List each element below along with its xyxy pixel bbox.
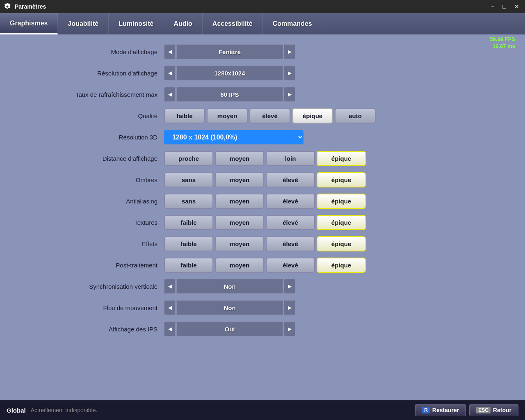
show-fps-next[interactable]: ▶	[284, 322, 295, 336]
vd-loin[interactable]: loin	[266, 151, 315, 166]
pp-epique[interactable]: épique	[317, 258, 366, 273]
aa-sans[interactable]: sans	[164, 194, 213, 209]
vsync-prev[interactable]: ◀	[164, 279, 176, 294]
sh-epique[interactable]: épique	[317, 172, 366, 187]
vsync-value: Non	[176, 279, 283, 294]
postprocessing-label: Post-traitement	[16, 262, 164, 269]
view-distance-label: Distance d'affichage	[16, 155, 164, 162]
display-mode-control: ◀ Fenêtré ▶	[164, 44, 295, 59]
quality-eleve[interactable]: élevé	[249, 108, 290, 123]
refresh-rate-row: Taux de rafraîchissement max ◀ 60 IPS ▶	[16, 85, 509, 103]
quality-faible[interactable]: faible	[164, 108, 205, 123]
vd-moyen[interactable]: moyen	[215, 151, 264, 166]
postprocessing-group: faible moyen élevé épique	[164, 258, 366, 273]
maximize-button[interactable]: □	[500, 2, 509, 11]
textures-group: faible moyen élevé épique	[164, 215, 366, 230]
antialiasing-label: Antialiasing	[16, 198, 164, 205]
vsync-row: Synchronisation verticale ◀ Non ▶	[16, 277, 509, 295]
resolution-row: Résolution d'affichage ◀ 525x420 ▶	[16, 64, 509, 82]
ef-moyen[interactable]: moyen	[215, 236, 264, 251]
resolution-next[interactable]: ▶	[284, 66, 295, 80]
tab-luminosite[interactable]: Luminosité	[109, 13, 164, 34]
display-mode-value: Fenêtré	[176, 44, 283, 59]
quality-row: Qualité faible moyen élevé épique auto	[16, 107, 509, 125]
tab-commandes[interactable]: Commandes	[263, 13, 322, 34]
motion-blur-control: ◀ Non ▶	[164, 300, 295, 315]
resolution3d-select[interactable]: 525 x 420 (100,0%)	[164, 130, 304, 144]
motion-blur-prev[interactable]: ◀	[164, 300, 176, 315]
tab-accessibilite[interactable]: Accessibilité	[203, 13, 263, 34]
back-label: Retour	[493, 407, 511, 413]
sh-sans[interactable]: sans	[164, 172, 213, 187]
display-mode-next[interactable]: ▶	[284, 44, 295, 59]
tx-epique[interactable]: épique	[317, 215, 366, 230]
aa-eleve[interactable]: élevé	[266, 194, 315, 209]
quality-auto[interactable]: auto	[335, 108, 376, 123]
motion-blur-next[interactable]: ▶	[284, 300, 295, 315]
tab-jouabilite[interactable]: Jouabilité	[58, 13, 109, 34]
bottombar-status: Actuellement indisponible.	[31, 407, 98, 413]
tab-audio[interactable]: Audio	[164, 13, 203, 34]
ef-epique[interactable]: épique	[317, 236, 366, 251]
tx-eleve[interactable]: élevé	[266, 215, 315, 230]
effects-group: faible moyen élevé épique	[164, 236, 366, 251]
antialiasing-row: Antialiasing sans moyen élevé épique	[16, 192, 509, 210]
antialiasing-group: sans moyen élevé épique	[164, 194, 366, 209]
titlebar-left: Paramètres	[3, 2, 46, 11]
navbar: Graphismes Jouabilité Luminosité Audio A…	[0, 13, 525, 34]
quality-label: Qualité	[16, 112, 164, 119]
vd-proche[interactable]: proche	[164, 151, 213, 166]
pp-eleve[interactable]: élevé	[266, 258, 315, 273]
ef-faible[interactable]: faible	[164, 236, 213, 251]
bottombar-left: Global Actuellement indisponible.	[7, 407, 97, 414]
quality-moyen[interactable]: moyen	[207, 108, 248, 123]
aa-epique[interactable]: épique	[317, 194, 366, 209]
titlebar: Paramètres − □ ✕	[0, 0, 525, 13]
tx-moyen[interactable]: moyen	[215, 215, 264, 230]
vsync-control: ◀ Non ▶	[164, 279, 295, 294]
bottombar-section: Global	[7, 407, 26, 414]
back-button[interactable]: ESC Retour	[469, 404, 518, 416]
minimize-button[interactable]: −	[488, 2, 497, 11]
refresh-rate-prev[interactable]: ◀	[164, 87, 176, 102]
close-button[interactable]: ✕	[512, 2, 522, 11]
quality-epique[interactable]: épique	[292, 108, 333, 123]
display-mode-prev[interactable]: ◀	[164, 44, 176, 59]
textures-row: Textures faible moyen élevé épique	[16, 213, 509, 231]
refresh-rate-label: Taux de rafraîchissement max	[16, 91, 164, 98]
show-fps-row: Affichage des IPS ◀ Oui ▶	[16, 320, 509, 338]
show-fps-prev[interactable]: ◀	[164, 322, 176, 336]
resolution3d-label: Résolution 3D	[16, 134, 164, 141]
resolution3d-row: Résolution 3D 525 x 420 (100,0%)	[16, 128, 509, 146]
display-mode-row: Mode d'affichage ◀ Fenêtré ▶	[16, 43, 509, 61]
vd-epique[interactable]: épique	[317, 151, 366, 166]
effects-label: Effets	[16, 240, 164, 247]
refresh-rate-next[interactable]: ▶	[284, 87, 295, 102]
shadows-group: sans moyen élevé épique	[164, 172, 366, 187]
ef-eleve[interactable]: élevé	[266, 236, 315, 251]
view-distance-group: proche moyen loin épique	[164, 151, 366, 166]
shadows-label: Ombres	[16, 176, 164, 183]
sh-eleve[interactable]: élevé	[266, 172, 315, 187]
vsync-next[interactable]: ▶	[284, 279, 295, 294]
tab-graphismes[interactable]: Graphismes	[0, 13, 58, 34]
show-fps-control: ◀ Oui ▶	[164, 322, 295, 336]
aa-moyen[interactable]: moyen	[215, 194, 264, 209]
refresh-rate-control: ◀ 60 IPS ▶	[164, 87, 295, 102]
gear-icon	[3, 2, 11, 11]
bottombar-right: R Restaurer ESC Retour	[415, 404, 518, 416]
shadows-row: Ombres sans moyen élevé épique	[16, 171, 509, 189]
back-key: ESC	[476, 407, 491, 413]
tx-faible[interactable]: faible	[164, 215, 213, 230]
bottombar: Global Actuellement indisponible. R Rest…	[0, 400, 525, 420]
restore-button[interactable]: R Restaurer	[415, 404, 466, 416]
motion-blur-row: Flou de mouvement ◀ Non ▶	[16, 299, 509, 317]
pp-faible[interactable]: faible	[164, 258, 213, 273]
motion-blur-label: Flou de mouvement	[16, 304, 164, 311]
sh-moyen[interactable]: moyen	[215, 172, 264, 187]
pp-moyen[interactable]: moyen	[215, 258, 264, 273]
restore-label: Restaurer	[432, 407, 459, 413]
view-distance-row: Distance d'affichage proche moyen loin é…	[16, 149, 509, 167]
resolution-prev[interactable]: ◀	[164, 66, 176, 80]
vsync-label: Synchronisation verticale	[16, 283, 164, 290]
